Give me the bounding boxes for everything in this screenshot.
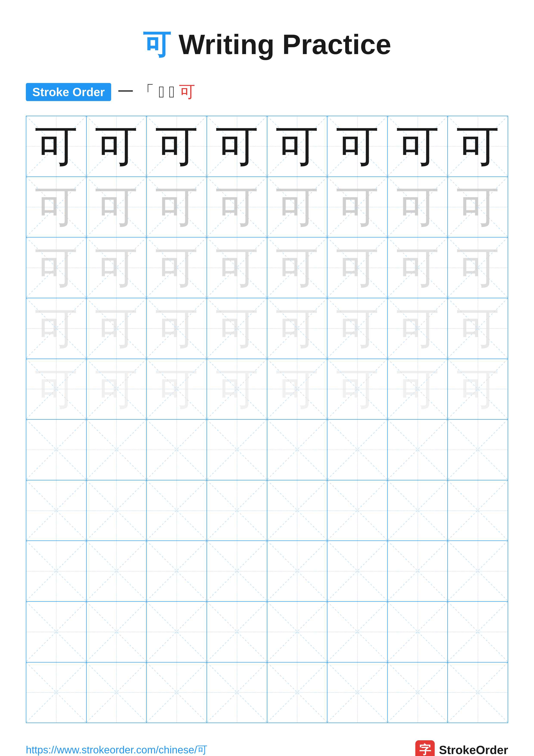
grid-cell: 可: [388, 116, 448, 176]
page-title: 可 Writing Practice: [26, 26, 508, 64]
grid-cell: [87, 662, 147, 723]
svg-line-113: [26, 541, 86, 601]
practice-char: 可: [336, 367, 379, 411]
practice-char: 可: [35, 307, 78, 350]
grid-cell: 可: [147, 116, 207, 176]
grid-cell: 可: [26, 298, 87, 359]
grid-cell: 可: [267, 177, 328, 237]
svg-line-121: [267, 541, 327, 601]
svg-line-122: [327, 541, 387, 601]
grid-cell: [267, 662, 328, 723]
practice-char: 可: [396, 185, 439, 229]
svg-line-114: [87, 541, 146, 601]
grid-cell: 可: [327, 359, 388, 419]
svg-line-120: [267, 541, 327, 601]
practice-char: 可: [336, 307, 379, 350]
grid-cell: 可: [448, 237, 508, 298]
svg-line-134: [207, 602, 267, 662]
grid-cell: 可: [26, 237, 87, 298]
svg-line-80: [26, 419, 86, 479]
svg-line-145: [26, 662, 86, 722]
svg-line-137: [267, 602, 327, 662]
grid-cell: [448, 541, 508, 601]
footer-logo-text: StrokeOrder: [439, 743, 508, 756]
grid-cell: [87, 602, 147, 662]
grid-cell: [207, 602, 267, 662]
svg-line-135: [207, 602, 267, 662]
footer-logo: 字 StrokeOrder: [415, 740, 508, 756]
practice-char: 可: [456, 185, 499, 229]
svg-line-87: [207, 419, 267, 479]
svg-line-89: [267, 419, 327, 479]
grid-cell: 可: [388, 237, 448, 298]
svg-line-98: [87, 480, 146, 540]
svg-line-136: [267, 602, 327, 662]
practice-char: 可: [336, 125, 379, 168]
svg-line-117: [147, 541, 207, 601]
grid-cell: [448, 480, 508, 541]
svg-line-115: [87, 541, 146, 601]
practice-char: 可: [396, 246, 439, 289]
grid-cell: [267, 602, 328, 662]
svg-line-95: [448, 419, 508, 479]
practice-char: 可: [216, 246, 259, 289]
grid-cell: [327, 602, 388, 662]
svg-line-142: [448, 602, 508, 662]
practice-char: 可: [216, 125, 259, 168]
grid-cell: [388, 662, 448, 723]
svg-line-118: [207, 541, 267, 601]
svg-line-124: [388, 541, 447, 601]
svg-line-106: [327, 480, 387, 540]
grid-cell: [448, 419, 508, 480]
practice-char: 可: [216, 367, 259, 411]
grid-cell: [388, 541, 448, 601]
stroke-order-section: Stroke Order 一 「 𠃌 𠃍 可: [26, 81, 508, 103]
grid-cell: 可: [26, 116, 87, 176]
grid-cell: 可: [26, 177, 87, 237]
grid-cell: 可: [87, 359, 147, 419]
svg-line-127: [448, 541, 508, 601]
grid-cell: 可: [147, 298, 207, 359]
svg-line-156: [388, 662, 447, 722]
grid-cell: [207, 419, 267, 480]
practice-char: 可: [275, 185, 318, 229]
grid-cell: [207, 662, 267, 723]
svg-line-101: [147, 480, 207, 540]
grid-cell: 可: [87, 237, 147, 298]
practice-char: 可: [35, 185, 78, 229]
practice-char: 可: [155, 307, 198, 350]
stroke-order-chars: 一 「 𠃌 𠃍 可: [117, 81, 195, 103]
grid-cell: [327, 662, 388, 723]
grid-cell: [448, 662, 508, 723]
svg-line-139: [327, 602, 387, 662]
svg-line-108: [388, 480, 447, 540]
grid-cell: [26, 541, 87, 601]
grid-row: 可可可可可可可可: [26, 298, 508, 359]
practice-char: 可: [275, 307, 318, 350]
grid-row: [26, 662, 508, 723]
svg-line-123: [327, 541, 387, 601]
svg-line-90: [327, 419, 387, 479]
svg-line-140: [388, 602, 447, 662]
grid-cell: [147, 419, 207, 480]
practice-char: 可: [95, 307, 138, 350]
svg-line-109: [388, 480, 447, 540]
grid-cell: [327, 541, 388, 601]
practice-char: 可: [35, 246, 78, 289]
svg-line-82: [87, 419, 146, 479]
svg-line-151: [207, 662, 267, 722]
grid-cell: 可: [448, 359, 508, 419]
svg-line-130: [87, 602, 146, 662]
svg-line-154: [327, 662, 387, 722]
practice-char: 可: [456, 367, 499, 411]
svg-line-100: [147, 480, 207, 540]
svg-line-112: [26, 541, 86, 601]
svg-line-147: [87, 662, 146, 722]
practice-char: 可: [275, 125, 318, 168]
practice-grid: 可可可可可可可可可可可可可可可可可可可可可可可可可可可可可可可可可可可可可可可可: [26, 116, 508, 723]
svg-line-125: [388, 541, 447, 601]
svg-line-146: [87, 662, 146, 722]
svg-line-111: [448, 480, 508, 540]
svg-line-83: [87, 419, 146, 479]
grid-row: 可可可可可可可可: [26, 237, 508, 298]
